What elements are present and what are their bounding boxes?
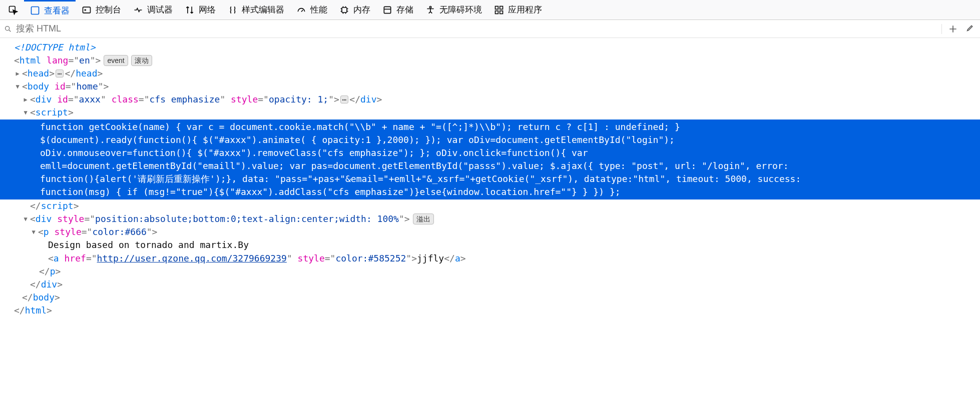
twisty-icon[interactable]: ▼ (22, 215, 29, 224)
dom-p-close[interactable]: </p> (0, 265, 980, 278)
style-editor-icon (228, 5, 238, 15)
scroll-badge[interactable]: 滚动 (131, 55, 152, 66)
tab-debugger[interactable]: 调试器 (127, 0, 179, 20)
tab-label: 网络 (199, 4, 216, 16)
dom-div-axxx[interactable]: ▶ <div id="axxx" class="cfs emphasize" s… (0, 93, 980, 106)
tab-label: 存储 (396, 4, 413, 16)
dom-doctype[interactable]: <!DOCTYPE html> (0, 41, 980, 54)
tab-label: 应用程序 (508, 4, 542, 16)
storage-icon (382, 5, 392, 15)
tab-network[interactable]: 网络 (179, 0, 222, 20)
memory-icon (339, 5, 349, 15)
tab-label: 查看器 (44, 5, 70, 16)
search-input[interactable] (16, 24, 937, 34)
twisty-icon[interactable]: ▼ (30, 228, 37, 236)
accessibility-icon (425, 5, 435, 15)
svg-point-10 (6, 26, 10, 30)
dom-tree[interactable]: <!DOCTYPE html> <html lang="en"> event 滚… (0, 38, 980, 327)
search-icon (4, 25, 12, 33)
application-icon (494, 5, 504, 15)
devtools-toolbar: 查看器 控制台 调试器 网络 样式编辑器 性能 内存 存储 无障碍环境 应用程序 (0, 0, 980, 20)
tab-accessibility[interactable]: 无障碍环境 (419, 0, 488, 20)
tab-storage[interactable]: 存储 (376, 0, 419, 20)
svg-rect-6 (496, 6, 499, 9)
svg-rect-7 (500, 6, 503, 9)
twisty-icon[interactable]: ▼ (22, 108, 29, 117)
tab-style-editor[interactable]: 样式编辑器 (222, 0, 290, 20)
tab-label: 内存 (353, 4, 370, 16)
eyedropper-button[interactable] (964, 24, 974, 34)
tab-memory[interactable]: 内存 (333, 0, 376, 20)
dom-a[interactable]: <a href="http://user.qzone.qq.com/327966… (0, 252, 980, 265)
twisty-icon[interactable]: ▶ (22, 96, 29, 104)
dom-div-footer-open[interactable]: ▼ <div style="position:absolute;bottom:0… (0, 212, 980, 226)
tab-application[interactable]: 应用程序 (488, 0, 548, 20)
svg-rect-9 (500, 10, 503, 14)
add-element-button[interactable] (948, 24, 958, 34)
dom-body-close[interactable]: </body> (0, 291, 980, 304)
overflow-badge[interactable]: 溢出 (413, 214, 434, 224)
tab-label: 无障碍环境 (439, 4, 482, 16)
tab-console[interactable]: 控制台 (76, 0, 127, 20)
tab-inspector[interactable]: 查看器 (24, 0, 76, 20)
tab-label: 调试器 (147, 4, 173, 16)
event-badge[interactable]: event (104, 55, 128, 66)
svg-rect-2 (83, 7, 91, 13)
dom-body-open[interactable]: ▼ <body id="home"> (0, 80, 980, 93)
svg-rect-3 (342, 8, 347, 12)
tab-label: 控制台 (96, 4, 121, 16)
dom-script-close[interactable]: </script> (0, 200, 980, 212)
tab-label: 性能 (310, 4, 327, 16)
search-bar (0, 20, 980, 38)
dom-head[interactable]: ▶ <head>⋯</head> (0, 67, 980, 80)
debugger-icon (133, 5, 143, 15)
performance-icon (296, 5, 306, 15)
twisty-icon[interactable]: ▼ (14, 82, 21, 91)
dom-html-close[interactable]: </html> (0, 304, 980, 317)
dom-html-open[interactable]: <html lang="en"> event 滚动 (0, 54, 980, 67)
svg-rect-1 (32, 7, 39, 14)
dom-p-text[interactable]: Design based on tornado and martix.By (0, 238, 980, 252)
tab-label: 样式编辑器 (242, 4, 284, 16)
picker-icon (8, 5, 18, 15)
ellipsis-badge[interactable]: ⋯ (340, 96, 348, 104)
dom-script-content-selected[interactable]: function getCookie(name) { var c = docum… (0, 120, 980, 200)
twisty-icon[interactable]: ▶ (14, 70, 21, 78)
svg-point-5 (429, 6, 431, 8)
inspector-icon (30, 6, 40, 16)
ellipsis-badge[interactable]: ⋯ (56, 70, 64, 78)
tab-performance[interactable]: 性能 (290, 0, 333, 20)
svg-rect-4 (384, 6, 390, 13)
network-icon (185, 5, 195, 15)
dom-p-open[interactable]: ▼ <p style="color:#666"> (0, 226, 980, 238)
dom-script-open[interactable]: ▼ <script> (0, 106, 980, 119)
element-picker-button[interactable] (2, 0, 24, 20)
dom-div-footer-close[interactable]: </div> (0, 278, 980, 291)
svg-rect-8 (496, 10, 499, 14)
console-icon (82, 5, 92, 15)
